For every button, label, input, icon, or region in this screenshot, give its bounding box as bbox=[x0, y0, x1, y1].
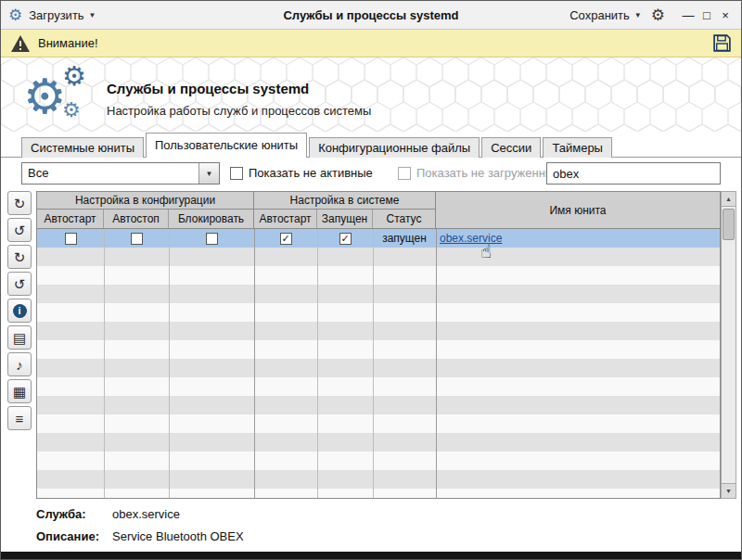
service-label: Служба: bbox=[36, 507, 112, 521]
group-header-row: Настройка в конфигурации Настройка в сис… bbox=[37, 192, 436, 210]
show-inactive-label: Показать не активные bbox=[249, 166, 373, 180]
show-unloaded-label: Показать не загруженные bbox=[416, 166, 560, 180]
tab-sessions[interactable]: Сессии bbox=[481, 137, 541, 158]
titlebar-right: Сохранить ▼ ⚙ — □ × bbox=[569, 7, 734, 23]
autostart-sys-checkbox[interactable]: ✓ bbox=[280, 233, 292, 245]
maximize-button[interactable]: □ bbox=[698, 8, 715, 22]
page-title: Службы и процессы systemd bbox=[107, 81, 309, 96]
tab-system-units[interactable]: Системные юниты bbox=[21, 137, 144, 158]
autostart-cfg-checkbox[interactable] bbox=[65, 233, 77, 245]
show-unloaded-checkbox: Показать не загруженные bbox=[398, 166, 560, 180]
side-toolbar: ↻ ↺ ↻ ↺ i ▤ ♪ ▦ ≡ bbox=[7, 191, 33, 430]
scroll-up-button[interactable]: ▲ bbox=[722, 192, 736, 207]
settings-gear-button[interactable]: ⚙ bbox=[651, 7, 665, 23]
column-divider bbox=[169, 229, 170, 498]
scroll-down-button[interactable]: ▼ bbox=[722, 483, 736, 498]
save-menu-label: Сохранить bbox=[569, 8, 630, 22]
checkbox-box[interactable] bbox=[230, 167, 243, 180]
window-bottom-edge bbox=[1, 552, 741, 559]
cursor-pointer-icon: ☝ bbox=[480, 240, 492, 262]
table-body: ✓ ✓ запущен obex.service ☝ bbox=[37, 229, 720, 498]
description-value: Service Bluetooth OBEX bbox=[112, 529, 244, 543]
close-button[interactable]: × bbox=[717, 8, 734, 22]
units-table: Настройка в конфигурации Настройка в сис… bbox=[36, 191, 721, 499]
service-value: obex.service bbox=[112, 507, 180, 521]
tab-config-files[interactable]: Конфигурационные файлы bbox=[309, 137, 480, 158]
refresh-button[interactable]: ↻ bbox=[7, 191, 32, 215]
minimize-button[interactable]: — bbox=[680, 8, 697, 22]
save-menu-button[interactable]: Сохранить ▼ bbox=[569, 8, 642, 22]
status-cell: запущен bbox=[373, 229, 436, 248]
vertical-scrollbar[interactable]: ▲ ▼ bbox=[721, 191, 736, 499]
filter-combobox[interactable]: Все ▼ bbox=[21, 162, 220, 185]
reload-config-button[interactable]: ↺ bbox=[7, 218, 32, 242]
filter-combobox-value: Все bbox=[22, 163, 198, 184]
autostop-cfg-checkbox[interactable] bbox=[131, 233, 143, 245]
col-header-autostart-sys: Автостарт bbox=[254, 210, 317, 228]
description-label: Описание: bbox=[36, 529, 112, 543]
column-header-row: Автостарт Автостоп Блокировать Автостарт… bbox=[37, 210, 436, 228]
gears-icon: ⚙ bbox=[62, 100, 81, 121]
unit-list-button[interactable]: ≡ bbox=[7, 406, 32, 430]
column-divider bbox=[254, 229, 255, 498]
combobox-arrow-button[interactable]: ▼ bbox=[198, 163, 219, 184]
table-row[interactable]: ✓ ✓ запущен obex.service bbox=[37, 229, 720, 248]
col-header-autostop-cfg: Автостоп bbox=[104, 210, 169, 228]
load-menu-button[interactable]: Загрузить ▼ bbox=[29, 8, 96, 22]
warning-label: Внимание! bbox=[38, 36, 98, 50]
tab-bar: Системные юниты Пользовательские юниты К… bbox=[1, 133, 741, 158]
search-input[interactable] bbox=[546, 162, 721, 185]
warning-banner: Внимание! bbox=[1, 30, 741, 57]
chevron-down-icon: ▼ bbox=[634, 11, 642, 19]
tab-timers[interactable]: Таймеры bbox=[543, 137, 612, 158]
revert-button[interactable]: ↺ bbox=[7, 272, 32, 296]
detail-panel: Служба: obex.service Описание: Service B… bbox=[36, 507, 244, 552]
running-checkbox[interactable]: ✓ bbox=[339, 233, 352, 245]
column-divider bbox=[373, 229, 374, 498]
group-header-config: Настройка в конфигурации bbox=[37, 192, 254, 209]
table-header-left: Настройка в конфигурации Настройка в сис… bbox=[37, 192, 436, 228]
unit-log-button[interactable]: ♪ bbox=[7, 352, 32, 376]
page-header: ⚙ ⚙ ⚙ Службы и процессы systemd Настройк… bbox=[1, 57, 741, 133]
unit-status-button[interactable]: ▦ bbox=[7, 379, 32, 403]
restart-service-button[interactable]: ↻ bbox=[7, 245, 32, 269]
unit-log-icon: ♪ bbox=[16, 358, 23, 372]
col-header-unit-name: Имя юнита bbox=[436, 192, 720, 228]
save-file-button[interactable] bbox=[712, 33, 732, 53]
col-header-status: Статус bbox=[373, 210, 436, 228]
checkbox-box bbox=[398, 167, 411, 180]
description-row: Описание: Service Bluetooth OBEX bbox=[36, 529, 244, 543]
filter-row: Все ▼ Показать не активные Показать не з… bbox=[1, 158, 741, 187]
info-button[interactable]: i bbox=[7, 299, 32, 323]
column-divider bbox=[104, 229, 105, 498]
titlebar: ⚙ Загрузить ▼ Службы и процессы systemd … bbox=[1, 1, 741, 30]
restart-service-icon: ↻ bbox=[14, 250, 26, 264]
service-row: Служба: obex.service bbox=[36, 507, 244, 521]
unit-list-icon: ≡ bbox=[16, 412, 24, 426]
journal-icon: ▤ bbox=[13, 331, 26, 345]
tab-user-units[interactable]: Пользовательские юниты bbox=[146, 133, 307, 158]
journal-button[interactable]: ▤ bbox=[7, 325, 32, 350]
col-header-autostart-cfg: Автостарт bbox=[37, 210, 104, 228]
column-divider bbox=[317, 229, 318, 498]
app-window: ⚙ Загрузить ▼ Службы и процессы systemd … bbox=[0, 0, 742, 560]
col-header-block-cfg: Блокировать bbox=[169, 210, 254, 228]
table-header: Настройка в конфигурации Настройка в сис… bbox=[37, 192, 720, 229]
gears-icon: ⚙ bbox=[23, 72, 67, 121]
col-header-running: Запущен bbox=[317, 210, 373, 228]
gears-icon: ⚙ bbox=[62, 63, 86, 90]
titlebar-left: ⚙ Загрузить ▼ bbox=[8, 7, 96, 23]
window-controls: — □ × bbox=[680, 8, 734, 22]
revert-icon: ↺ bbox=[14, 277, 26, 291]
scrollbar-thumb[interactable] bbox=[723, 209, 735, 240]
chevron-down-icon: ▼ bbox=[89, 11, 96, 19]
refresh-icon: ↻ bbox=[14, 197, 26, 210]
floppy-disk-icon bbox=[712, 33, 732, 53]
block-cfg-checkbox[interactable] bbox=[206, 233, 218, 245]
show-inactive-checkbox[interactable]: Показать не активные bbox=[230, 166, 373, 180]
load-menu-label: Загрузить bbox=[29, 8, 83, 22]
unit-name-link[interactable]: obex.service bbox=[440, 232, 502, 245]
page-subtitle: Настройка работы служб и процессов систе… bbox=[107, 104, 371, 118]
app-gear-icon: ⚙ bbox=[8, 7, 22, 23]
warning-triangle-icon bbox=[10, 34, 31, 53]
